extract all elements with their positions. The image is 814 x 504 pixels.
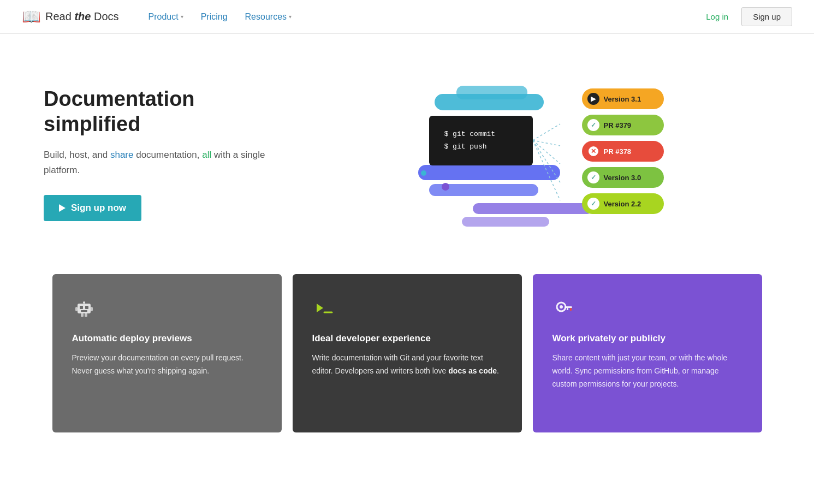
navbar-actions: Log in Sign up bbox=[699, 7, 792, 26]
svg-point-27 bbox=[560, 305, 563, 309]
signup-button[interactable]: Sign up bbox=[741, 7, 792, 26]
cta-button[interactable]: Sign up now bbox=[44, 195, 141, 221]
badge-v30-label: Version 3.0 bbox=[604, 174, 641, 182]
check-badge-icon-3: ✓ bbox=[587, 198, 599, 210]
badge-v22-label: Version 2.2 bbox=[604, 200, 641, 208]
svg-rect-5 bbox=[462, 217, 549, 227]
nav-item-pricing[interactable]: Pricing bbox=[193, 8, 235, 26]
feature-desc-dev-bold: docs as code bbox=[448, 366, 497, 375]
svg-line-10 bbox=[533, 124, 560, 140]
feature-card-privacy: Work privately or publicly Share content… bbox=[533, 274, 762, 432]
feature-title-dev-experience: Ideal developer experience bbox=[312, 333, 502, 344]
navbar: 📖 Read the Docs Product ▾ Pricing Resour… bbox=[0, 0, 814, 34]
terminal-line-1: $ git commit bbox=[444, 128, 518, 140]
svg-rect-29 bbox=[570, 308, 572, 311]
check-badge-icon-1: ✓ bbox=[587, 119, 599, 131]
svg-rect-23 bbox=[85, 313, 87, 317]
badge-pr379-label: PR #379 bbox=[604, 121, 632, 129]
svg-rect-28 bbox=[565, 306, 572, 308]
badge-v30: ✓ Version 3.0 bbox=[582, 167, 664, 188]
badges-container: ▶ Version 3.1 ✓ PR #379 ✕ PR #378 ✓ Vers… bbox=[582, 88, 664, 214]
login-button[interactable]: Log in bbox=[699, 9, 735, 25]
svg-line-11 bbox=[533, 140, 560, 146]
feature-title-auto-deploy: Automatic deploy previews bbox=[72, 333, 262, 344]
logo-link[interactable]: 📖 Read the Docs bbox=[22, 8, 119, 26]
nav-pricing-label: Pricing bbox=[201, 12, 228, 22]
svg-point-6 bbox=[442, 183, 449, 191]
feature-desc-dev-end: . bbox=[497, 366, 499, 375]
key-icon bbox=[552, 296, 577, 320]
svg-rect-2 bbox=[418, 165, 560, 180]
nav-item-resources[interactable]: Resources ▾ bbox=[237, 8, 299, 26]
hero-title: Documentation simplified bbox=[44, 87, 273, 137]
svg-line-12 bbox=[533, 140, 560, 164]
subtitle-build: Build bbox=[44, 150, 64, 160]
svg-rect-22 bbox=[81, 313, 84, 317]
badge-pr379: ✓ PR #379 bbox=[582, 115, 664, 135]
hero-subtitle: Build, host, and share documentation, al… bbox=[44, 147, 273, 177]
terminal-text: $ git commit $ git push bbox=[444, 128, 518, 153]
svg-rect-18 bbox=[81, 310, 87, 312]
nav-resources-label: Resources bbox=[245, 12, 287, 22]
svg-rect-20 bbox=[75, 307, 78, 311]
robot-icon bbox=[72, 296, 96, 320]
svg-rect-16 bbox=[80, 306, 83, 309]
play-badge-icon: ▶ bbox=[587, 93, 599, 105]
logo-text: Read the Docs bbox=[45, 10, 119, 23]
hero-illustration: $ git commit $ git push ▶ Version 3.1 ✓ … bbox=[295, 78, 770, 230]
feature-desc-privacy: Share content with just your team, or wi… bbox=[552, 352, 742, 390]
badge-v31-label: Version 3.1 bbox=[604, 95, 641, 103]
cta-label: Sign up now bbox=[71, 203, 126, 214]
nav-product-label: Product bbox=[148, 12, 179, 22]
subtitle-host: , host, and bbox=[64, 150, 110, 160]
terminal-icon bbox=[312, 296, 336, 320]
x-badge-icon: ✕ bbox=[587, 145, 599, 157]
svg-point-9 bbox=[421, 170, 426, 176]
badge-pr378: ✕ PR #378 bbox=[582, 141, 664, 162]
svg-marker-24 bbox=[317, 304, 323, 312]
subtitle-mid: documentation, bbox=[133, 150, 202, 160]
badge-v31: ▶ Version 3.1 bbox=[582, 88, 664, 109]
subtitle-share: share bbox=[110, 150, 134, 160]
hero-section: Documentation simplified Build, host, an… bbox=[0, 34, 814, 274]
feature-desc-auto-deploy: Preview your documentation on every pull… bbox=[72, 352, 262, 378]
product-chevron-icon: ▾ bbox=[181, 14, 183, 20]
feature-title-privacy: Work privately or publicly bbox=[552, 333, 742, 344]
resources-chevron-icon: ▾ bbox=[289, 14, 292, 20]
svg-rect-4 bbox=[473, 203, 593, 214]
check-badge-icon-2: ✓ bbox=[587, 171, 599, 183]
terminal-box: $ git commit $ git push bbox=[429, 116, 533, 165]
play-icon bbox=[59, 204, 66, 212]
subtitle-all: all bbox=[202, 150, 211, 160]
badge-pr378-label: PR #378 bbox=[604, 147, 632, 156]
feature-card-auto-deploy: Automatic deploy previews Preview your d… bbox=[52, 274, 282, 432]
svg-rect-21 bbox=[91, 307, 93, 311]
features-section: Automatic deploy previews Preview your d… bbox=[0, 274, 814, 454]
feature-desc-dev-experience: Write documentation with Git and your fa… bbox=[312, 352, 502, 378]
feature-card-dev-experience: Ideal developer experience Write documen… bbox=[293, 274, 522, 432]
nav-item-product[interactable]: Product ▾ bbox=[141, 8, 191, 26]
svg-rect-15 bbox=[78, 304, 91, 313]
hero-content: Documentation simplified Build, host, an… bbox=[44, 87, 273, 221]
svg-rect-17 bbox=[85, 306, 88, 309]
svg-rect-1 bbox=[456, 86, 527, 99]
logo-icon: 📖 bbox=[22, 8, 41, 26]
svg-rect-30 bbox=[567, 308, 568, 310]
illustration-container: $ git commit $ git push ▶ Version 3.1 ✓ … bbox=[402, 78, 664, 230]
badge-v22: ✓ Version 2.2 bbox=[582, 193, 664, 214]
nav-links: Product ▾ Pricing Resources ▾ bbox=[141, 8, 700, 26]
svg-rect-19 bbox=[83, 301, 85, 304]
terminal-line-2: $ git push bbox=[444, 140, 518, 153]
